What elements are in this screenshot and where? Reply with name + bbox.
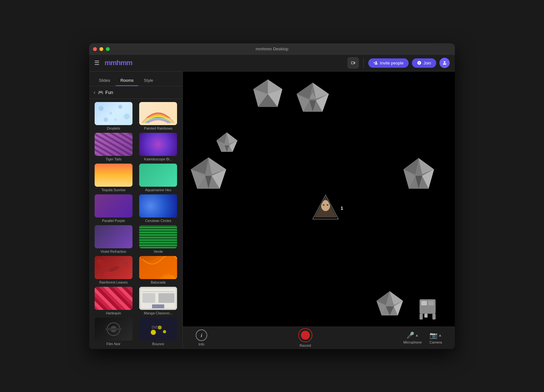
svg-rect-70 [424,314,428,318]
gamepad-icon: 🎮 [98,90,103,95]
room-label-verde: Verde [154,250,163,253]
gem-shape-3 [215,131,239,153]
room-item-batucada[interactable]: Batucada [137,256,180,284]
record-dot [301,331,310,340]
back-button[interactable]: ‹ [94,89,95,95]
rooms-grid: Droplets [89,99,183,349]
tab-rooms[interactable]: Rooms [116,75,138,86]
join-label: Join [423,61,431,65]
tab-style[interactable]: Style [140,75,158,86]
room-item-manga[interactable]: Manga Classroo... [137,287,180,315]
svg-rect-69 [420,314,423,320]
room-label-bounce: Bounce [152,342,164,346]
microphone-chevron: ▲ [415,333,419,337]
app-logo: mmhmm [105,59,132,67]
svg-point-51 [321,200,330,211]
room-thumb-tiger-tails: ▶ [95,133,132,156]
join-button[interactable]: Join [412,58,436,68]
svg-rect-71 [432,314,436,320]
room-thumb-droplets [95,102,132,125]
svg-point-4 [104,117,108,122]
sidebar-category-header: ‹ 🎮 Fun [89,86,183,99]
camera-icon: 📷 [429,331,438,339]
svg-point-21 [163,330,166,333]
room-thumb-film [95,318,132,341]
bottom-bar: i Info Record 🎤 ▲ [183,327,455,349]
room-item-droplets[interactable]: Droplets [92,102,135,130]
canvas-stage[interactable]: 1 [183,72,455,327]
room-item-painted-rainbows[interactable]: Painted Rainbows [137,102,180,130]
gem-shape-robot [416,296,439,320]
sidebar-tabs: Slides Rooms Style [89,72,183,86]
room-thumb-verde [139,225,177,248]
canvas-area: 1 [183,72,455,349]
traffic-lights [93,47,110,51]
svg-point-8 [107,265,120,273]
gem-shape-4 [188,155,229,193]
room-thumb-parallel: ▶ [95,194,132,217]
record-circle [298,328,312,342]
camera-chevron: ▲ [438,333,442,337]
info-label: Info [199,342,204,346]
room-label-droplets: Droplets [107,126,120,130]
room-label-parallel: Parallel Purple [102,219,125,223]
room-thumb-violet: ▶ [95,225,132,248]
svg-point-53 [327,204,328,206]
sidebar: Slides Rooms Style ‹ 🎮 Fun [89,72,183,349]
room-label-cerulean: Cerulean Circles [145,219,171,223]
gem-shape-6 [375,290,405,317]
camera-control[interactable]: 📷 ▲ Camera [429,331,442,344]
svg-point-19 [151,330,156,335]
gem-shape-2 [293,81,332,116]
camera-toggle-button[interactable] [347,57,359,69]
svg-point-7 [96,258,106,267]
info-button[interactable]: i Info [196,329,207,346]
tab-slides[interactable]: Slides [94,75,115,86]
menu-icon[interactable]: ☰ [94,59,99,66]
user-avatar[interactable] [439,58,450,68]
app-header: ☰ mmhmm Invite people Join [89,55,455,72]
titlebar: mmhmm Desktop [89,43,455,55]
room-item-bounce[interactable]: DVD Bounce [137,318,180,346]
microphone-control[interactable]: 🎤 ▲ Microphone [403,331,421,344]
room-item-rainforest[interactable]: Rainforest Leaves [92,256,135,284]
svg-point-0 [98,106,104,111]
room-item-harlequin[interactable]: Harlequin [92,287,135,315]
room-item-kaleidoscope[interactable]: ▶ Kaleidoscope Bl... [137,133,180,161]
room-item-cerulean[interactable]: ▶ Cerulean Circles [137,194,180,223]
room-item-film[interactable]: Film Noir [92,318,135,346]
room-label-painted-rainbows: Painted Rainbows [144,126,173,130]
svg-rect-6 [139,118,177,125]
separator [363,58,364,68]
svg-point-3 [124,114,130,119]
invite-people-button[interactable]: Invite people [368,58,409,68]
record-button[interactable]: Record [298,328,312,347]
right-controls: 🎤 ▲ Microphone 📷 ▲ Camera [403,331,442,344]
room-item-verde[interactable]: Verde [137,225,180,253]
room-item-tiger-tails[interactable]: ▶ Tiger Tails [92,133,135,161]
room-item-tequila[interactable]: ▶ Tequila Sunrise [92,164,135,192]
camera-label: Camera [429,340,442,344]
gem-shape-5 [400,157,437,192]
room-item-violet[interactable]: ▶ Violet Refraction [92,225,135,253]
svg-rect-13 [142,293,155,303]
presenter-number: 1 [341,206,343,211]
category-title: 🎮 Fun [98,90,113,95]
room-label-aquamarine: Aquamarine Hex [145,188,171,192]
room-item-aquamarine[interactable]: ▶ Aquamarine Hex [137,164,180,192]
room-label-kaleidoscope: Kaleidoscope Bl... [144,157,172,161]
main-content: Slides Rooms Style ‹ 🎮 Fun [89,72,455,349]
app-window: mmhmm Desktop ☰ mmhmm Invite people Join [89,43,455,349]
close-button[interactable] [93,47,97,51]
room-label-batucada: Batucada [151,280,166,284]
svg-rect-67 [421,301,427,305]
svg-rect-68 [428,301,434,305]
room-item-parallel[interactable]: ▶ Parallel Purple [92,194,135,223]
minimize-button[interactable] [99,47,103,51]
svg-rect-18 [106,328,122,330]
room-thumb-painted-rainbows [139,102,177,125]
svg-point-2 [118,105,122,109]
room-thumb-rainforest [95,256,132,279]
maximize-button[interactable] [106,47,110,51]
svg-point-9 [119,260,128,265]
